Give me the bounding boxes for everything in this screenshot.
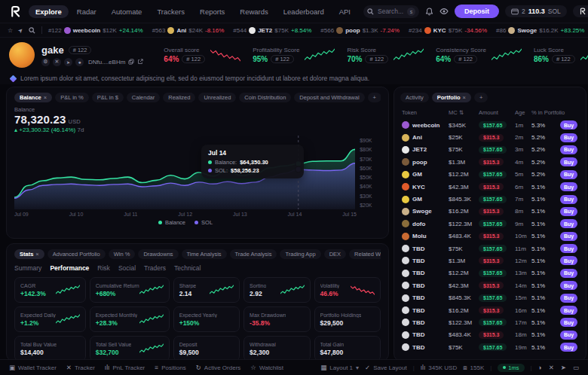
buy-button[interactable]: Buy bbox=[560, 318, 577, 327]
ticker-item-ani[interactable]: #563Ani$24K-8.16% bbox=[152, 27, 225, 34]
statusbar-tracker[interactable]: ✕Tracker bbox=[66, 364, 95, 371]
ticker-item-kyc[interactable]: #234KYC$75K-34.56% bbox=[409, 27, 487, 34]
subtab-performance[interactable]: Performance bbox=[50, 264, 89, 272]
subtab-risk[interactable]: Risk bbox=[97, 264, 110, 272]
tab-coin-distribution[interactable]: Coin Distribution bbox=[239, 93, 291, 102]
theme-icon[interactable]: ◑ bbox=[538, 364, 542, 371]
token-cell[interactable]: TBD bbox=[402, 282, 449, 289]
visibility-eye-icon[interactable] bbox=[439, 5, 449, 18]
token-cell[interactable]: TBD bbox=[402, 343, 449, 351]
statusbar-positions[interactable]: ≡Positions bbox=[155, 364, 185, 371]
x-social-icon[interactable]: ✕ bbox=[549, 364, 554, 371]
favorites-star-icon[interactable]: ☆ bbox=[8, 27, 13, 34]
ticker-search-icon[interactable] bbox=[29, 27, 35, 34]
ticker-item-swoge[interactable]: #86Swoge$16.2K+83.25% bbox=[496, 27, 584, 34]
nav-api[interactable]: API bbox=[332, 5, 357, 18]
balance-chart[interactable]: Jul 14 Balance:$64,350.30 SOL:$58,256.23 bbox=[14, 136, 355, 209]
tab-stats[interactable]: Stats× bbox=[14, 249, 44, 259]
token-cell[interactable]: TBD bbox=[402, 306, 449, 314]
telegram-icon[interactable]: ➤ bbox=[561, 364, 566, 371]
tab-dex[interactable]: DEX bbox=[324, 249, 346, 259]
buy-button[interactable]: Buy bbox=[560, 294, 577, 303]
token-cell[interactable]: TBD bbox=[402, 245, 449, 252]
buy-button[interactable]: Buy bbox=[560, 120, 577, 130]
tab-realized[interactable]: Realized bbox=[163, 93, 195, 102]
buy-button[interactable]: Buy bbox=[560, 269, 577, 278]
token-cell[interactable]: Molu bbox=[402, 233, 449, 240]
token-cell[interactable]: TBD bbox=[402, 294, 449, 302]
discord-icon[interactable]: ● bbox=[75, 58, 84, 66]
close-icon[interactable]: × bbox=[44, 94, 47, 101]
layout-selector[interactable]: ▦Layout 1▾ bbox=[320, 364, 359, 371]
buy-button[interactable]: Buy bbox=[560, 133, 577, 142]
mc-sort-icon[interactable]: ⇅ bbox=[458, 109, 464, 116]
ticker-item-poop[interactable]: #566poop$1.3K-7.24% bbox=[320, 27, 400, 34]
statusbar-active-orders[interactable]: ↻Active Orders bbox=[196, 364, 241, 371]
notifications-bell-icon[interactable] bbox=[425, 5, 433, 18]
telegram-icon[interactable]: ➤ bbox=[64, 58, 72, 66]
token-cell[interactable]: dofo bbox=[402, 220, 449, 227]
deposit-button[interactable]: Deposit bbox=[455, 5, 499, 18]
add-tab-button[interactable]: + bbox=[368, 93, 381, 102]
token-cell[interactable]: TBD bbox=[402, 319, 449, 326]
tab-portfolio[interactable]: Portfolio× bbox=[432, 93, 471, 102]
x-social-icon[interactable]: ✕ bbox=[53, 58, 61, 66]
subtab-traders[interactable]: Traders bbox=[144, 264, 166, 272]
close-icon[interactable]: × bbox=[463, 94, 466, 101]
copy-icon[interactable] bbox=[128, 59, 134, 65]
token-cell[interactable]: Swoge bbox=[402, 208, 449, 215]
tab-time-analysis[interactable]: Time Analysis bbox=[182, 249, 227, 259]
tab-drawdowns[interactable]: Drawdowns bbox=[138, 249, 178, 259]
buy-button[interactable]: Buy bbox=[560, 306, 577, 315]
tab-advanced-portfolio[interactable]: Advanced Portfolio bbox=[47, 249, 106, 259]
settings-gear-icon[interactable]: ⚙ bbox=[41, 58, 50, 66]
buy-button[interactable]: Buy bbox=[560, 195, 577, 204]
rocket-icon[interactable]: ➤ bbox=[17, 26, 25, 34]
ticker-item-jet2[interactable]: #544JET2$75K+8.54% bbox=[233, 27, 311, 34]
close-icon[interactable]: × bbox=[35, 251, 38, 258]
wallet-balance-chip[interactable]: 2 110.3 SOL bbox=[505, 5, 567, 17]
tab-balance[interactable]: Balance× bbox=[14, 93, 52, 102]
subtab-summary[interactable]: Summary bbox=[14, 264, 41, 272]
tab-activity[interactable]: Activity bbox=[400, 93, 429, 102]
statusbar-watchlist[interactable]: ☆Watchlist bbox=[250, 364, 283, 371]
nav-radar[interactable]: Radar bbox=[70, 5, 103, 18]
buy-button[interactable]: Buy bbox=[560, 256, 577, 265]
token-cell[interactable]: poop bbox=[402, 158, 449, 166]
nav-explore[interactable]: Explore bbox=[29, 5, 69, 18]
subtab-social[interactable]: Social bbox=[118, 264, 136, 272]
nav-trackers[interactable]: Trackers bbox=[150, 5, 191, 18]
ticker-item-weebcoin[interactable]: #122weebcoin$12K+24.14% bbox=[48, 27, 143, 34]
nav-automate[interactable]: Automate bbox=[105, 5, 149, 18]
column-header-mc[interactable]: MC ⇅ bbox=[449, 109, 479, 116]
tab-trade-analysis[interactable]: Trade Analysis bbox=[230, 249, 277, 259]
token-cell[interactable]: TBD bbox=[402, 331, 449, 339]
app-logo-icon[interactable] bbox=[8, 4, 23, 19]
token-cell[interactable]: KYC bbox=[402, 183, 449, 191]
save-layout-button[interactable]: ✓Save Layout bbox=[365, 364, 407, 371]
buy-button[interactable]: Buy bbox=[560, 219, 577, 228]
xp-chip[interactable]: 672 XP ◆ bbox=[573, 5, 588, 17]
token-cell[interactable]: TBD bbox=[402, 257, 449, 264]
buy-button[interactable]: Buy bbox=[560, 157, 577, 166]
token-cell[interactable]: JET2 bbox=[402, 146, 449, 154]
buy-button[interactable]: Buy bbox=[560, 145, 577, 154]
buy-button[interactable]: Buy bbox=[560, 281, 577, 290]
token-cell[interactable]: GM bbox=[402, 171, 449, 178]
buy-button[interactable]: Buy bbox=[560, 244, 577, 253]
buy-button[interactable]: Buy bbox=[560, 207, 577, 216]
buy-button[interactable]: Buy bbox=[560, 331, 577, 340]
subtab-technical[interactable]: Technical bbox=[174, 264, 201, 272]
tab-win[interactable]: Win % bbox=[109, 249, 136, 259]
tab-p-l-in[interactable]: P&L in $ bbox=[92, 93, 124, 102]
usd-volume[interactable]: ılı345K USD bbox=[421, 364, 457, 371]
nav-leaderboard[interactable]: Leaderboard bbox=[277, 5, 331, 18]
token-count[interactable]: ⧈155K bbox=[463, 364, 484, 372]
tab-related-wallets[interactable]: Related Wallets bbox=[349, 249, 381, 259]
external-link-icon[interactable] bbox=[137, 59, 143, 65]
tab-calendar[interactable]: Calendar bbox=[127, 93, 160, 102]
statusbar-wallet-tracker[interactable]: ▣Wallet Tracker bbox=[9, 364, 57, 371]
buy-button[interactable]: Buy bbox=[560, 182, 577, 191]
buy-button[interactable]: Buy bbox=[560, 232, 577, 241]
monitor-icon[interactable]: ▭ bbox=[573, 364, 579, 371]
